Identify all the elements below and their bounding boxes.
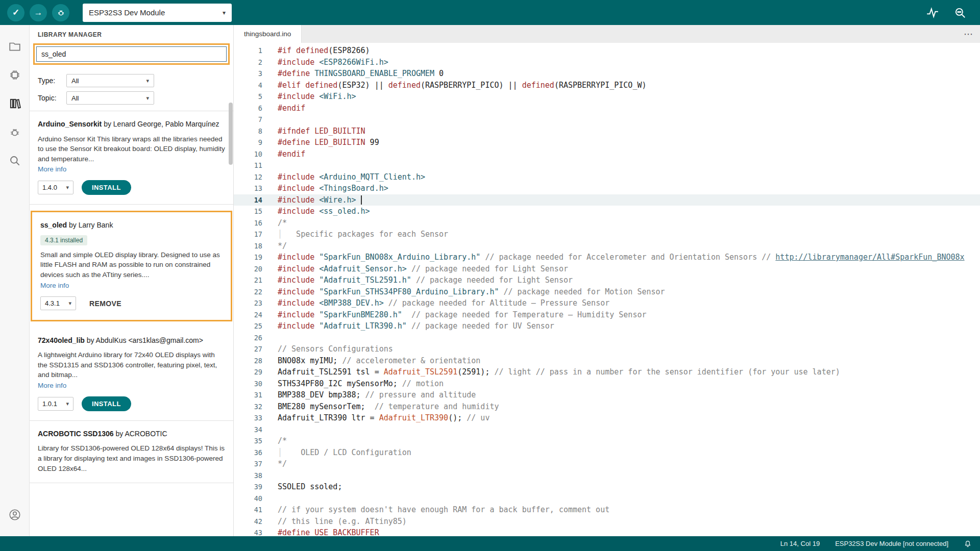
code-line[interactable]: 40	[234, 493, 980, 505]
code-line[interactable]: 25#include "Adafruit_LTR390.h" // packag…	[234, 320, 980, 332]
code-line[interactable]: 11	[234, 160, 980, 171]
status-bar: Ln 14, Col 19 ESP32S3 Dev Module [not co…	[0, 536, 980, 551]
code-line[interactable]: 30STHS34PF80_I2C mySensorMo; // motion	[234, 378, 980, 390]
code-token: ();	[448, 413, 467, 422]
code-line[interactable]: 5#include <WiFi.h>	[234, 91, 980, 103]
code-line[interactable]: 19#include "SparkFun_BNO08x_Arduino_Libr…	[234, 252, 980, 263]
tab-thingsboard-ino[interactable]: thingsboard.ino	[234, 25, 302, 43]
serial-plotter-button[interactable]	[926, 6, 939, 19]
code-line[interactable]: 41// if your system doesn't have enough …	[234, 504, 980, 516]
code-line[interactable]: 39SSOLED ssoled;	[234, 481, 980, 493]
code-line[interactable]: 34	[234, 424, 980, 436]
code-line[interactable]: 1#if defined(ESP8266)	[234, 45, 980, 57]
code-token: #elif defined	[278, 81, 337, 90]
editor: thingsboard.ino ⋯ 1#if defined(ESP8266)2…	[234, 25, 980, 536]
sidebar-item-debug[interactable]	[0, 118, 30, 146]
debug-icon	[56, 8, 66, 17]
code-token: │	[278, 230, 282, 239]
sidebar-item-sketchbook[interactable]	[0, 32, 30, 61]
code-line[interactable]: 32BME280 mySensorTem; // temperature and…	[234, 401, 980, 413]
code-text	[278, 493, 980, 505]
type-filter-label: Type:	[38, 77, 66, 85]
verify-button[interactable]: ✓	[7, 4, 24, 21]
code-line[interactable]: 7	[234, 114, 980, 126]
code-token: // package needed for Motion Sensor	[499, 287, 665, 296]
code-line[interactable]: 29Adafruit_TSL2591 tsl = Adafruit_TSL259…	[234, 366, 980, 378]
library-description: Small and simple OLED display library. D…	[40, 250, 223, 280]
code-line[interactable]: 22#include "SparkFun_STHS34PF80_Arduino_…	[234, 286, 980, 298]
code-line[interactable]: 13#include <ThingsBoard.h>	[234, 183, 980, 194]
code-line[interactable]: 38	[234, 470, 980, 482]
panel-scrollbar[interactable]	[229, 103, 233, 165]
more-info-link[interactable]: More info	[38, 165, 66, 173]
code-line[interactable]: 33Adafruit_LTR390 ltr = Adafruit_LTR390(…	[234, 412, 980, 424]
code-line[interactable]: 16/*	[234, 217, 980, 229]
code-line[interactable]: 9#define LED_BUILTIN 99	[234, 137, 980, 148]
notifications-button[interactable]	[964, 540, 972, 548]
code-line[interactable]: 14#include <Wire.h>	[234, 194, 980, 206]
sidebar-item-account[interactable]	[0, 500, 30, 529]
line-number: 38	[234, 470, 278, 482]
sidebar-item-search[interactable]	[0, 146, 30, 175]
board-selector[interactable]: ESP32S3 Dev Module ▾	[83, 4, 232, 22]
code-line[interactable]: 35/*	[234, 435, 980, 447]
code-line[interactable]: 2#include <ESP8266WiFi.h>	[234, 57, 980, 68]
code-text: // this line (e.g. ATtiny85)	[278, 516, 980, 528]
code-line[interactable]: 31BMP388_DEV bmp388; // pressure and alt…	[234, 389, 980, 401]
code-line[interactable]: 28BNO08x myIMU; // accelerometer & orien…	[234, 355, 980, 367]
code-line[interactable]: 6#endif	[234, 103, 980, 114]
code-token: "SparkFunBME280.h"	[319, 310, 402, 319]
code-line[interactable]: 36│ OLED / LCD Configuration	[234, 447, 980, 459]
version-select[interactable]: 4.3.1 ▾	[40, 296, 76, 310]
more-info-link[interactable]: More info	[40, 282, 69, 289]
more-info-link[interactable]: More info	[38, 382, 66, 389]
debug-button[interactable]	[52, 4, 69, 21]
sidebar-item-boards-manager[interactable]	[0, 61, 30, 89]
line-number: 25	[234, 320, 278, 332]
serial-plotter-icon	[926, 6, 939, 19]
remove-button[interactable]: REMOVE	[84, 296, 127, 311]
line-number: 29	[234, 366, 278, 378]
code-line[interactable]: 43#define USE_BACKBUFFER	[234, 527, 980, 536]
code-token: Adafruit_TSL2591 tsl =	[278, 367, 384, 377]
code-line[interactable]: 42// this line (e.g. ATtiny85)	[234, 516, 980, 528]
code-line[interactable]: 10#endif	[234, 148, 980, 160]
code-line[interactable]: 24#include "SparkFunBME280.h" // package…	[234, 309, 980, 321]
line-number: 32	[234, 401, 278, 413]
code-line[interactable]: 21#include "Adafruit_TSL2591.h" // packa…	[234, 274, 980, 286]
code-token: // light // pass in a number for the sen…	[494, 367, 840, 377]
editor-more-actions-button[interactable]: ⋯	[964, 25, 973, 43]
code-line[interactable]: 26	[234, 332, 980, 344]
code-line[interactable]: 8#ifndef LED_BUILTIN	[234, 126, 980, 137]
code-line[interactable]: 12#include <Arduino_MQTT_Client.h>	[234, 171, 980, 183]
version-select[interactable]: 1.4.0 ▾	[38, 181, 74, 194]
code-text: #define LED_BUILTIN 99	[278, 137, 980, 148]
upload-button[interactable]: →	[30, 4, 47, 21]
version-select[interactable]: 1.0.1 ▾	[38, 397, 74, 411]
code-token: #include	[278, 310, 319, 319]
topic-filter-select[interactable]: All ▾	[66, 91, 154, 105]
code-token: // this line (e.g. ATtiny85)	[278, 517, 407, 526]
debug-sidebar-icon	[8, 126, 21, 139]
code-text: #define USE_BACKBUFFER	[278, 527, 980, 536]
code-line[interactable]: 37*/	[234, 458, 980, 470]
install-button[interactable]: INSTALL	[82, 180, 131, 195]
code-area[interactable]: 1#if defined(ESP8266)2#include <ESP8266W…	[234, 43, 980, 536]
code-line[interactable]: 3#define THINGSBOARD_ENABLE_PROGMEM 0	[234, 68, 980, 80]
sidebar-item-library-manager[interactable]	[0, 89, 30, 118]
code-token: // pressure and altitude	[365, 390, 476, 399]
line-number: 12	[234, 171, 278, 183]
install-button[interactable]: INSTALL	[82, 396, 131, 411]
code-lines: 1#if defined(ESP8266)2#include <ESP8266W…	[234, 45, 980, 536]
code-line[interactable]: 27// Sensors Configurations	[234, 343, 980, 355]
serial-monitor-button[interactable]	[953, 6, 967, 19]
type-filter-select[interactable]: All ▾	[66, 74, 154, 87]
line-number: 21	[234, 274, 278, 286]
code-line[interactable]: 20#include <Adafruit_Sensor.h> // packag…	[234, 263, 980, 275]
code-line[interactable]: 4#elif defined(ESP32) || defined(RASPBER…	[234, 80, 980, 91]
code-line[interactable]: 18*/	[234, 240, 980, 252]
library-search-input[interactable]	[36, 46, 227, 62]
code-line[interactable]: 23#include <BMP388_DEV.h> // package nee…	[234, 297, 980, 309]
code-line[interactable]: 17│ Specific packages for each Sensor	[234, 229, 980, 240]
code-line[interactable]: 15#include <ss_oled.h>	[234, 206, 980, 217]
